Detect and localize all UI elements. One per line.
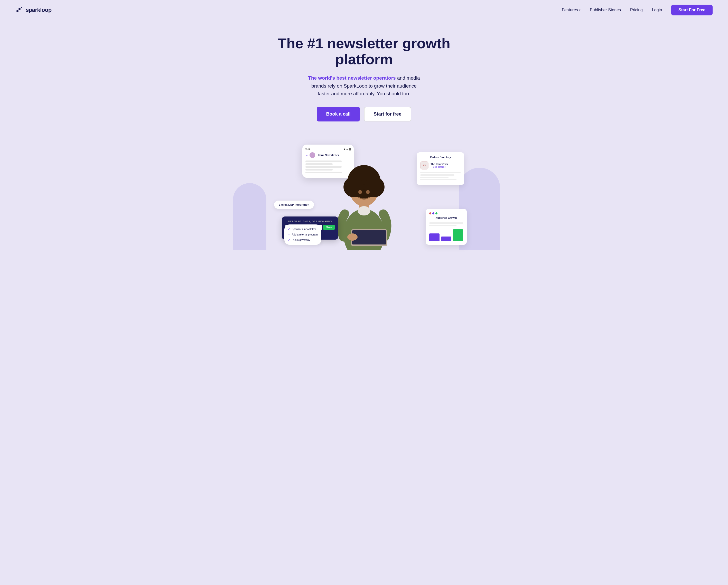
- features-nav-item[interactable]: Features ▾: [562, 8, 580, 12]
- feature-item-giveaway: ✓ Run a giveaway: [288, 237, 318, 243]
- illustration-area: 9:41 ▲ ☰ ▓ ← Your Newsletter REFER FRIEN…: [249, 137, 479, 250]
- referral-share-button[interactable]: Share: [323, 225, 335, 230]
- partner-directory-card: Partner Directory TV The Pour Over See d…: [417, 152, 464, 185]
- features-checklist: ✓ Sponsor a newsletter ✓ Add a referral …: [284, 224, 321, 245]
- dot-red: [429, 212, 431, 214]
- start-for-free-button[interactable]: Start For Free: [671, 5, 712, 16]
- audience-dots: [429, 212, 463, 214]
- svg-point-2: [21, 7, 22, 8]
- partner-detail-link[interactable]: See details ›: [431, 166, 448, 168]
- audience-chart: [429, 228, 463, 241]
- referral-card-title: REFER FRIENDS, GET REWARDS: [285, 220, 335, 223]
- hero-subtitle: The world's best newsletter operators an…: [308, 74, 420, 98]
- partner-item: TV The Pour Over See details ›: [420, 161, 461, 169]
- phone-avatar: [310, 152, 315, 158]
- hero-title: The #1 newsletter growth platform: [274, 35, 454, 67]
- audience-growth-card: Audience Growth: [426, 209, 467, 245]
- svg-point-8: [364, 177, 385, 197]
- phone-back-icon: ←: [306, 154, 308, 157]
- feature-item-referral: ✓ Add a referral program: [288, 232, 318, 237]
- svg-point-10: [366, 190, 370, 194]
- arch-left-decoration: [233, 183, 266, 250]
- logo-text: sparkloop: [26, 7, 52, 14]
- svg-point-13: [347, 234, 358, 241]
- partner-directory-title: Partner Directory: [420, 156, 461, 159]
- start-free-button[interactable]: Start for free: [364, 107, 411, 122]
- hero-section: The #1 newsletter growth platform The wo…: [0, 20, 728, 260]
- hero-buttons: Book a call Start for free: [5, 107, 723, 122]
- pricing-nav-item[interactable]: Pricing: [630, 8, 643, 12]
- partner-name: The Pour Over: [431, 163, 448, 166]
- logo-icon: [16, 6, 24, 14]
- person-svg: [328, 142, 400, 250]
- nav-links: Features ▾ Publisher Stories Pricing Log…: [562, 5, 712, 16]
- dot-purple: [432, 212, 434, 214]
- feature-item-sponsor: ✓ Sponsor a newsletter: [288, 227, 318, 232]
- hero-highlight: The world's best newsletter operators: [308, 75, 396, 81]
- svg-point-9: [358, 190, 362, 194]
- dot-green: [435, 212, 438, 214]
- publisher-stories-nav-item[interactable]: Publisher Stories: [590, 8, 621, 12]
- partner-logo: TV: [420, 161, 428, 169]
- svg-point-1: [19, 8, 21, 10]
- login-nav-item[interactable]: Login: [652, 8, 662, 12]
- partner-content-lines: [420, 172, 461, 180]
- person-illustration: [328, 142, 400, 250]
- logo[interactable]: sparkloop: [16, 6, 52, 14]
- navbar: sparkloop Features ▾ Publisher Stories P…: [0, 0, 728, 20]
- audience-growth-title: Audience Growth: [429, 216, 463, 219]
- chart-bar-2: [441, 237, 451, 241]
- svg-point-7: [343, 177, 364, 197]
- esp-integration-card: 2-click ESP integration: [274, 201, 314, 209]
- chart-bar-3: [453, 229, 463, 241]
- svg-point-0: [17, 10, 19, 12]
- chevron-down-icon: ▾: [579, 8, 580, 12]
- svg-point-14: [358, 206, 370, 215]
- book-call-button[interactable]: Book a call: [317, 107, 360, 122]
- chart-bar-1: [429, 234, 440, 241]
